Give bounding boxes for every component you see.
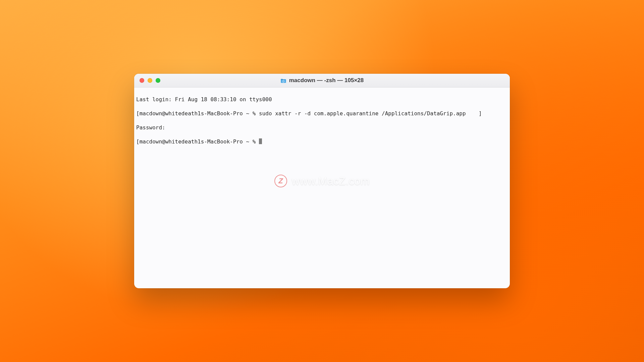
terminal-output[interactable]: Last login: Fri Aug 18 08:33:10 on ttys0… bbox=[134, 87, 510, 288]
svg-rect-0 bbox=[281, 79, 286, 83]
window-title-text: macdown — -zsh — 105×28 bbox=[289, 77, 364, 84]
svg-point-1 bbox=[282, 80, 284, 82]
terminal-window: macdown — -zsh — 105×28 Last login: Fri … bbox=[134, 74, 510, 288]
minimize-icon[interactable] bbox=[148, 78, 152, 83]
terminal-line: Password: bbox=[136, 124, 508, 131]
maximize-icon[interactable] bbox=[156, 78, 160, 83]
terminal-line: Last login: Fri Aug 18 08:33:10 on ttys0… bbox=[136, 96, 508, 103]
svg-rect-2 bbox=[283, 80, 283, 81]
svg-rect-3 bbox=[283, 81, 283, 82]
terminal-line: [macdown@whitedeath1s-MacBook-Pro ~ % su… bbox=[136, 110, 508, 117]
terminal-prompt: [macdown@whitedeath1s-MacBook-Pro ~ % bbox=[136, 138, 259, 145]
folder-icon bbox=[280, 78, 286, 83]
window-controls bbox=[134, 74, 160, 87]
desktop-wallpaper: macdown — -zsh — 105×28 Last login: Fri … bbox=[0, 0, 644, 362]
terminal-line: [macdown@whitedeath1s-MacBook-Pro ~ % bbox=[136, 138, 508, 145]
window-title: macdown — -zsh — 105×28 bbox=[134, 77, 510, 84]
window-title-bar[interactable]: macdown — -zsh — 105×28 bbox=[134, 74, 510, 87]
cursor-icon bbox=[259, 138, 262, 144]
close-icon[interactable] bbox=[140, 78, 144, 83]
